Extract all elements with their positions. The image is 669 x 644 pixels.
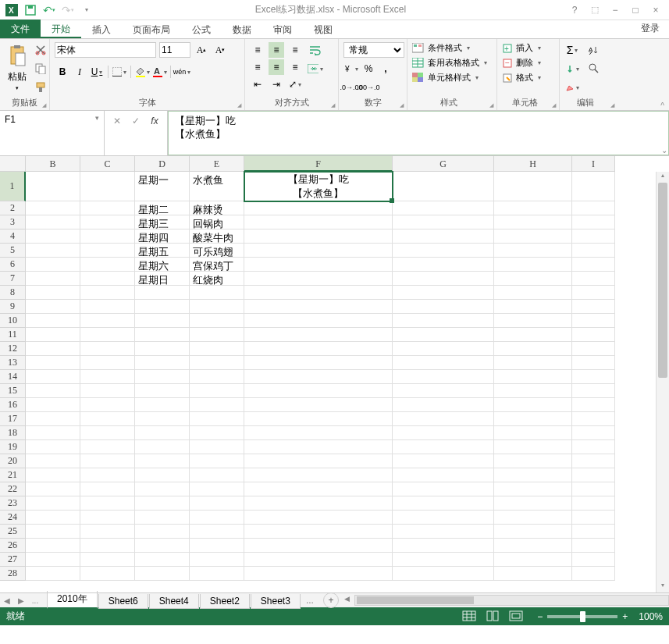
worksheet-grid[interactable]: BCDEFGHI 1234567891011121314151617181920… (0, 156, 669, 593)
cell-E22[interactable] (190, 482, 244, 496)
cell-D28[interactable] (135, 567, 190, 581)
cell-H10[interactable] (494, 314, 572, 328)
cell-F11[interactable] (244, 328, 393, 342)
tab-insert[interactable]: 插入 (81, 21, 122, 38)
cell-B24[interactable] (26, 511, 80, 525)
cell-F27[interactable] (244, 553, 393, 567)
conditional-format-button[interactable]: 条件格式 (412, 42, 492, 54)
cell-C7[interactable] (80, 272, 135, 286)
sheet-tab-3[interactable]: Sheet2 (200, 594, 250, 609)
decrease-decimal-icon[interactable]: .00→.0 (361, 80, 376, 95)
cell-H3[interactable] (494, 215, 572, 229)
select-all-corner[interactable] (0, 156, 26, 172)
cell-I24[interactable] (572, 511, 615, 525)
decrease-indent-icon[interactable]: ⇤ (250, 76, 265, 92)
cell-I28[interactable] (572, 567, 615, 581)
row-header-17[interactable]: 17 (0, 412, 26, 426)
cell-I12[interactable] (572, 342, 615, 356)
cell-E11[interactable] (190, 328, 244, 342)
col-header-B[interactable]: B (26, 156, 80, 172)
cell-F14[interactable] (244, 370, 393, 384)
cell-D24[interactable] (135, 511, 190, 525)
cell-G12[interactable] (393, 342, 494, 356)
login-link[interactable]: 登录 (641, 22, 669, 38)
cell-F8[interactable] (244, 286, 393, 300)
cell-B18[interactable] (26, 426, 80, 440)
cell-B26[interactable] (26, 539, 80, 553)
insert-function-icon[interactable]: fx (147, 114, 162, 128)
row-header-27[interactable]: 27 (0, 553, 26, 567)
cell-C28[interactable] (80, 567, 135, 581)
zoom-track[interactable] (547, 615, 617, 618)
cell-F12[interactable] (244, 342, 393, 356)
cell-F25[interactable] (244, 525, 393, 539)
cell-B13[interactable] (26, 356, 80, 370)
cell-H28[interactable] (494, 567, 572, 581)
cell-C26[interactable] (80, 539, 135, 553)
cell-C10[interactable] (80, 314, 135, 328)
cell-B27[interactable] (26, 553, 80, 567)
cell-B11[interactable] (26, 328, 80, 342)
cell-E2[interactable]: 麻辣烫 (190, 201, 244, 215)
autosum-icon[interactable]: Σ (564, 42, 580, 58)
cell-H1[interactable] (494, 172, 572, 201)
zoom-out-icon[interactable]: − (537, 611, 543, 622)
cell-I1[interactable] (572, 172, 615, 201)
sheet-nav-dots[interactable]: ... (28, 596, 42, 605)
row-header-12[interactable]: 12 (0, 342, 26, 356)
cell-G17[interactable] (393, 412, 494, 426)
sheet-scroll-right[interactable]: ▶ (14, 596, 28, 605)
cell-I16[interactable] (572, 398, 615, 412)
cell-B4[interactable] (26, 229, 80, 244)
cancel-formula-icon[interactable]: ✕ (109, 114, 125, 128)
cell-C20[interactable] (80, 454, 135, 468)
cell-F5[interactable] (244, 244, 393, 258)
cell-H17[interactable] (494, 412, 572, 426)
cell-B6[interactable] (26, 258, 80, 272)
col-header-C[interactable]: C (80, 156, 135, 172)
cell-F13[interactable] (244, 356, 393, 370)
tab-review[interactable]: 审阅 (262, 21, 303, 38)
row-header-28[interactable]: 28 (0, 567, 26, 581)
name-box-dropdown-icon[interactable]: ▾ (95, 114, 99, 122)
cell-D5[interactable]: 星期五 (135, 244, 190, 258)
cell-H2[interactable] (494, 201, 572, 215)
cell-C4[interactable] (80, 229, 135, 244)
cell-E20[interactable] (190, 454, 244, 468)
close-icon[interactable]: × (649, 3, 663, 17)
cell-G27[interactable] (393, 553, 494, 567)
col-header-F[interactable]: F (244, 156, 393, 172)
cell-F9[interactable] (244, 300, 393, 314)
cell-B17[interactable] (26, 412, 80, 426)
col-header-E[interactable]: E (190, 156, 244, 172)
row-header-9[interactable]: 9 (0, 300, 26, 314)
cell-C5[interactable] (80, 244, 135, 258)
align-middle-icon[interactable]: ≡ (269, 42, 284, 58)
cell-G2[interactable] (393, 201, 494, 215)
cell-F10[interactable] (244, 314, 393, 328)
cell-E26[interactable] (190, 539, 244, 553)
cell-E17[interactable] (190, 412, 244, 426)
cell-H27[interactable] (494, 553, 572, 567)
cell-D16[interactable] (135, 398, 190, 412)
cell-D6[interactable]: 星期六 (135, 258, 190, 272)
row-header-5[interactable]: 5 (0, 244, 26, 258)
cell-D18[interactable] (135, 426, 190, 440)
row-header-13[interactable]: 13 (0, 356, 26, 370)
cell-G7[interactable] (393, 272, 494, 286)
ruby-button[interactable]: wén (174, 64, 190, 80)
cell-C21[interactable] (80, 468, 135, 482)
insert-cells-button[interactable]: +插入 (502, 42, 554, 54)
row-header-8[interactable]: 8 (0, 286, 26, 300)
cell-G16[interactable] (393, 398, 494, 412)
cell-I9[interactable] (572, 300, 615, 314)
font-size-select[interactable] (159, 42, 190, 58)
cell-I25[interactable] (572, 525, 615, 539)
cell-F28[interactable] (244, 567, 393, 581)
underline-button[interactable]: U (89, 64, 105, 80)
cell-H4[interactable] (494, 229, 572, 244)
cell-B7[interactable] (26, 272, 80, 286)
cell-F20[interactable] (244, 454, 393, 468)
cell-H21[interactable] (494, 468, 572, 482)
cell-I10[interactable] (572, 314, 615, 328)
